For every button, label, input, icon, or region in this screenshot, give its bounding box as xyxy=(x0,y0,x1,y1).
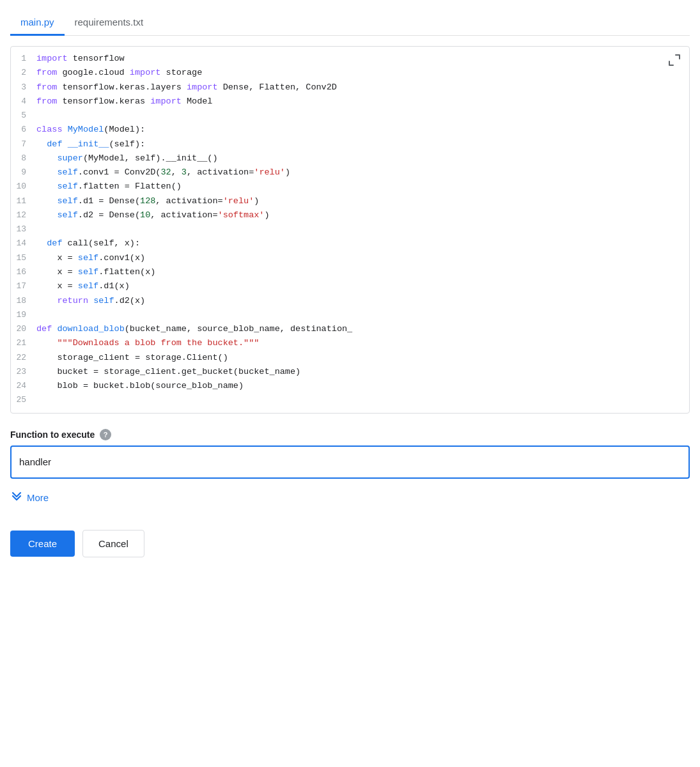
code-block: 1 import tensorflow 2 from google.cloud … xyxy=(11,47,689,413)
code-line: 17 x = self.d1(x) xyxy=(11,279,689,293)
code-line: 1 import tensorflow xyxy=(11,52,689,66)
tabs-bar: main.py requirements.txt xyxy=(10,0,690,36)
function-field-section: Function to execute ? xyxy=(10,429,690,479)
help-icon[interactable]: ? xyxy=(100,429,111,440)
button-row: Create Cancel xyxy=(10,530,690,557)
page-container: main.py requirements.txt 1 import tensor… xyxy=(0,0,700,767)
code-line: 12 self.d2 = Dense(10, activation='softm… xyxy=(11,208,689,222)
create-button[interactable]: Create xyxy=(10,531,75,557)
code-line: 3 from tensorflow.keras.layers import De… xyxy=(11,81,689,95)
field-label-text: Function to execute xyxy=(10,430,95,440)
code-line: 2 from google.cloud import storage xyxy=(11,66,689,80)
code-line: 18 return self.d2(x) xyxy=(11,294,689,308)
tab-requirements-txt[interactable]: requirements.txt xyxy=(65,10,154,36)
code-line: 10 self.flatten = Flatten() xyxy=(11,180,689,194)
code-line: 11 self.d1 = Dense(128, activation='relu… xyxy=(11,194,689,208)
code-line: 5 xyxy=(11,109,689,123)
code-line: 9 self.conv1 = Conv2D(32, 3, activation=… xyxy=(11,166,689,180)
code-line: 21 """Downloads a blob from the bucket."… xyxy=(11,336,689,350)
code-line: 20 def download_blob(bucket_name, source… xyxy=(11,322,689,336)
code-line: 19 xyxy=(11,308,689,322)
code-line: 23 bucket = storage_client.get_bucket(bu… xyxy=(11,365,689,379)
code-line: 8 super(MyModel, self).__init__() xyxy=(11,151,689,166)
code-line: 13 xyxy=(11,222,689,236)
code-line: 15 x = self.conv1(x) xyxy=(11,251,689,265)
code-editor: 1 import tensorflow 2 from google.cloud … xyxy=(10,46,690,414)
code-line: 6 class MyModel(Model): xyxy=(11,123,689,137)
code-line: 22 storage_client = storage.Client() xyxy=(11,351,689,365)
code-line: 25 xyxy=(11,393,689,407)
chevron-down-icon xyxy=(10,492,23,504)
code-line: 16 x = self.flatten(x) xyxy=(11,265,689,279)
cancel-button[interactable]: Cancel xyxy=(82,530,144,557)
expand-icon[interactable] xyxy=(667,53,681,67)
code-line: 14 def call(self, x): xyxy=(11,236,689,251)
field-label: Function to execute ? xyxy=(10,429,690,440)
code-line: 7 def __init__(self): xyxy=(11,137,689,151)
more-label: More xyxy=(27,492,49,503)
tab-main-py[interactable]: main.py xyxy=(10,10,65,36)
code-line: 24 blob = bucket.blob(source_blob_name) xyxy=(11,379,689,393)
more-section[interactable]: More xyxy=(10,492,690,504)
code-line: 4 from tensorflow.keras import Model xyxy=(11,95,689,109)
function-input[interactable] xyxy=(10,445,690,479)
